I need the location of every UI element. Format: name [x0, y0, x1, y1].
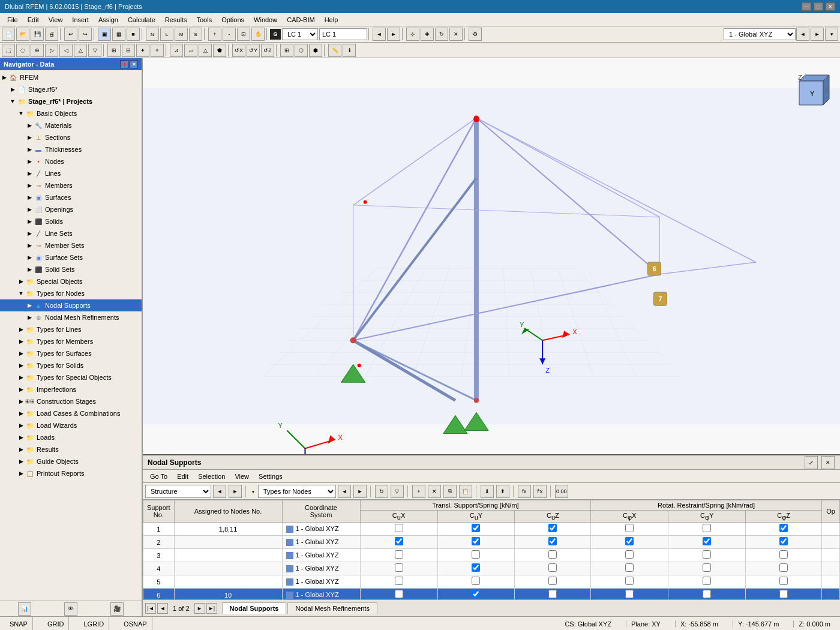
tb-settings[interactable]: ⚙ [469, 28, 482, 41]
nav-item-solids[interactable]: ▶ ⬛ Solids [0, 215, 142, 227]
tb-pan[interactable]: ✋ [251, 28, 265, 41]
tb2-7[interactable]: ▽ [88, 44, 101, 57]
tb2-15[interactable]: ⬟ [213, 44, 226, 57]
tab-nodal-mesh[interactable]: Nodal Mesh Refinements [287, 602, 377, 614]
expand-special[interactable]: ▶ [17, 278, 25, 284]
tb2-5[interactable]: ◁ [59, 44, 73, 57]
tb-surface[interactable]: S [189, 28, 202, 41]
panel-close-btn[interactable]: ✕ [821, 456, 835, 469]
tb-member[interactable]: M [175, 28, 188, 41]
nav-item-imperfections[interactable]: ▶ 📁 Imperfections [0, 383, 142, 395]
tb-print[interactable]: 🖨 [45, 28, 58, 41]
expand-loadwizards[interactable]: ▶ [17, 422, 25, 428]
nav-data-btn[interactable]: 📊 [18, 602, 31, 616]
table-container[interactable]: SupportNo. Assigned to Nodes No. Coordin… [143, 500, 840, 599]
expand-stage[interactable]: ▶ [8, 86, 17, 92]
nav-item-construction[interactable]: ▶ ⊞⊞ Construction Stages [0, 395, 142, 407]
menu-window[interactable]: Window [249, 15, 282, 25]
expand-materials[interactable]: ▶ [25, 122, 34, 128]
menu-edit[interactable]: Edit [23, 15, 44, 25]
tb2-arr1[interactable]: ⬡ [295, 44, 308, 57]
tb-delete[interactable]: ✕ [449, 28, 463, 41]
menu-calculate[interactable]: Calculate [123, 15, 160, 25]
nav-item-thicknesses[interactable]: ▶ ▬ Thicknesses [0, 143, 142, 155]
nav-item-sections[interactable]: ▶ ⊥ Sections [0, 131, 142, 143]
tb-view-menu[interactable]: ▾ [825, 28, 838, 41]
tb-render[interactable]: ■ [127, 28, 140, 41]
bt-import[interactable]: ⬇ [481, 485, 494, 498]
expand-printout[interactable]: ▶ [17, 470, 25, 476]
nav-item-loadcases[interactable]: ▶ 📁 Load Cases & Combinations [0, 407, 142, 419]
tb2-rotate3[interactable]: ↺Z [261, 44, 274, 57]
bt-types-prev[interactable]: ◄ [338, 485, 351, 498]
nav-item-types-nodes[interactable]: ▼ 📁 Types for Nodes [0, 287, 142, 299]
tb2-info[interactable]: ℹ [343, 44, 356, 57]
coord-system[interactable]: 1 - Global XYZ [282, 589, 360, 599]
structure-dropdown[interactable]: Structure [145, 485, 211, 498]
maximize-button[interactable]: □ [814, 2, 823, 11]
tb-fit[interactable]: ⊡ [237, 28, 250, 41]
nav-item-basic-objects[interactable]: ▼ 📁 Basic Objects [0, 107, 142, 119]
selection-menu[interactable]: Selection [193, 472, 230, 481]
assigned-nodes[interactable] [174, 562, 282, 575]
nav-item-stage[interactable]: ▶ 📄 Stage.rf6* [0, 83, 142, 95]
panel-expand-btn[interactable]: ⤢ [805, 456, 818, 469]
menu-options[interactable]: Options [217, 15, 249, 25]
view-menu[interactable]: View [230, 472, 254, 481]
nav-item-membersets[interactable]: ▶ ⊸ Member Sets [0, 239, 142, 251]
tb-view-prev[interactable]: ◄ [796, 28, 809, 41]
nav-item-stage-proj[interactable]: ▼ 📁 Stage_rf6* | Projects [0, 95, 142, 107]
menu-insert[interactable]: Insert [67, 15, 94, 25]
nav-item-members[interactable]: ▶ ⊸ Members [0, 179, 142, 191]
tb-node[interactable]: N [146, 28, 159, 41]
bt-paste-row[interactable]: 📋 [459, 485, 472, 498]
lc-input[interactable] [319, 28, 367, 40]
bt-prev[interactable]: ◄ [213, 485, 226, 498]
tb-view-next[interactable]: ► [811, 28, 824, 41]
nav-display-btn[interactable]: 👁 [64, 602, 77, 616]
nav-item-lines[interactable]: ▶ ╱ Lines [0, 167, 142, 179]
tb-new[interactable]: 📄 [2, 28, 15, 41]
assigned-nodes[interactable]: 10 [174, 589, 282, 599]
expand-types-lines[interactable]: ▶ [17, 326, 25, 332]
settings-menu[interactable]: Settings [254, 472, 287, 481]
expand-loadcases[interactable]: ▶ [17, 410, 25, 416]
assigned-nodes[interactable] [174, 575, 282, 589]
expand-solidsets[interactable]: ▶ [25, 266, 34, 272]
close-button[interactable]: ✕ [826, 2, 835, 11]
menu-view[interactable]: View [44, 15, 68, 25]
tb-solid[interactable]: ▦ [112, 28, 125, 41]
nav-item-surfacesets[interactable]: ▶ ▣ Surface Sets [0, 251, 142, 263]
tab-nodal-supports[interactable]: Nodal Supports [222, 602, 287, 614]
nav-pin-btn[interactable]: 📌 [120, 60, 128, 68]
expand-types-solids[interactable]: ▶ [17, 362, 25, 368]
nav-item-guide[interactable]: ▶ 📁 Guide Objects [0, 455, 142, 467]
expand-construction[interactable]: ▶ [17, 398, 25, 404]
snap-status[interactable]: SNAP [5, 617, 33, 630]
nav-item-types-solids[interactable]: ▶ 📁 Types for Solids [0, 359, 142, 371]
lgrid-status[interactable]: LGRID [79, 617, 109, 630]
bt-fx2[interactable]: f'x [533, 485, 547, 498]
expand-surfacesets[interactable]: ▶ [25, 254, 34, 260]
coord-system[interactable]: 1 - Global XYZ [282, 549, 360, 562]
tb-zoom-out[interactable]: - [223, 28, 236, 41]
expand-guide[interactable]: ▶ [17, 458, 25, 464]
expand-imperfections[interactable]: ▶ [17, 386, 25, 392]
assigned-nodes[interactable]: 1,8,11 [174, 523, 282, 536]
nav-item-printout[interactable]: ▶ 📋 Printout Reports [0, 467, 142, 479]
menu-file[interactable]: File [2, 15, 23, 25]
nav-item-linesets[interactable]: ▶ ╱ Line Sets [0, 227, 142, 239]
page-last-btn[interactable]: ►| [206, 603, 217, 614]
bt-types-next[interactable]: ► [353, 485, 367, 498]
assigned-nodes[interactable] [174, 549, 282, 562]
tb2-12[interactable]: ⊿ [170, 44, 183, 57]
tb2-11[interactable]: ✧ [151, 44, 164, 57]
nav-item-openings[interactable]: ▶ ⬜ Openings [0, 203, 142, 215]
expand-solids[interactable]: ▶ [25, 218, 34, 224]
bt-copy-row[interactable]: ⧉ [443, 485, 457, 498]
nav-item-results[interactable]: ▶ 📁 Results [0, 443, 142, 455]
tb-save[interactable]: 💾 [31, 28, 44, 41]
tb-prev[interactable]: ◄ [373, 28, 386, 41]
nav-item-special[interactable]: ▶ 📁 Special Objects [0, 275, 142, 287]
lc-dropdown[interactable]: LC 1 [282, 28, 318, 40]
